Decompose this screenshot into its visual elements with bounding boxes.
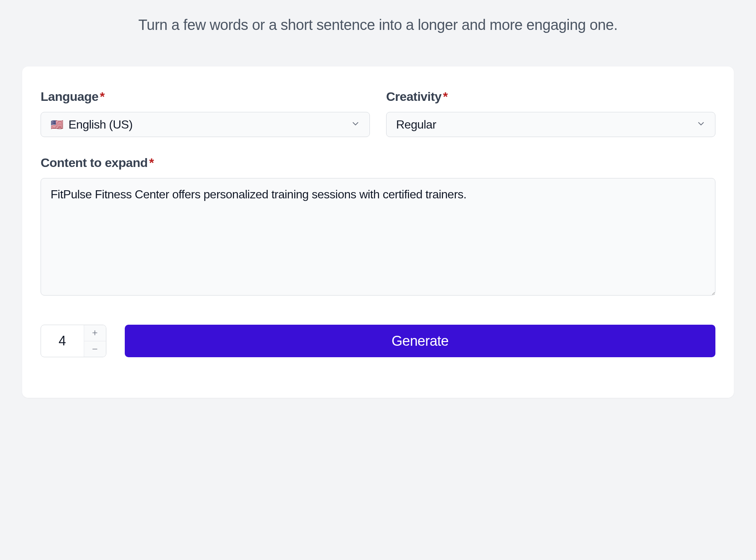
quantity-stepper: 4: [41, 325, 106, 357]
creativity-label: Creativity*: [386, 89, 715, 104]
form-card: Language* 🇺🇸 English (US) Creativity*: [22, 66, 734, 398]
generate-button[interactable]: Generate: [125, 325, 715, 357]
required-asterisk: *: [100, 89, 105, 103]
language-value: English (US): [69, 118, 133, 132]
language-label: Language*: [41, 89, 370, 104]
quantity-decrement[interactable]: [84, 341, 106, 357]
language-select[interactable]: 🇺🇸 English (US): [41, 112, 370, 137]
page-subtitle: Turn a few words or a short sentence int…: [22, 17, 734, 33]
creativity-value: Regular: [396, 118, 436, 132]
content-label: Content to expand*: [41, 156, 715, 170]
quantity-increment[interactable]: [84, 325, 106, 341]
quantity-value[interactable]: 4: [41, 325, 84, 357]
required-asterisk: *: [149, 156, 154, 170]
required-asterisk: *: [443, 89, 448, 103]
content-label-text: Content to expand: [41, 156, 148, 170]
us-flag-icon: 🇺🇸: [51, 119, 63, 131]
creativity-label-text: Creativity: [386, 89, 441, 103]
creativity-field: Creativity* Regular: [386, 89, 715, 137]
language-label-text: Language: [41, 89, 99, 103]
language-field: Language* 🇺🇸 English (US): [41, 89, 370, 137]
creativity-select[interactable]: Regular: [386, 112, 715, 137]
content-textarea[interactable]: [41, 178, 715, 296]
content-field: Content to expand*: [41, 156, 715, 297]
action-row: 4 Generate: [41, 325, 715, 357]
